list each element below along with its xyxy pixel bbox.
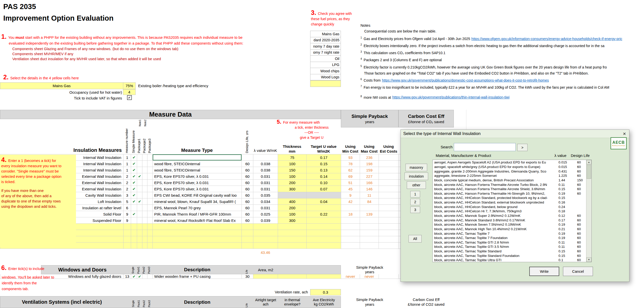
package1-tick-cell[interactable]: ✔	[137, 173, 142, 180]
package-filter-button[interactable]: 1	[410, 191, 420, 197]
package3-tick-cell[interactable]	[147, 154, 153, 161]
design-life-cell[interactable]: 60	[242, 211, 253, 217]
measure-number-cell[interactable]	[124, 230, 131, 236]
thickness-cell[interactable]: 200	[278, 180, 307, 186]
target-u-cell[interactable]: 0.10	[307, 180, 341, 186]
lambda-cell[interactable]: 0.025	[253, 211, 278, 217]
package3-tick-cell[interactable]	[147, 186, 153, 192]
single-tick-cell[interactable]	[131, 224, 137, 230]
note-link[interactable]: https://www.gov.uk/government/publicatio…	[382, 78, 549, 82]
measure-number-cell[interactable]: 2	[124, 173, 131, 180]
filter-button[interactable]: other	[407, 181, 426, 189]
thickness-cell[interactable]: 300	[278, 186, 307, 192]
measure-number-cell[interactable]: 1	[124, 154, 131, 161]
package2-tick-cell[interactable]	[142, 154, 147, 161]
measure-type-cell[interactable]	[153, 154, 242, 161]
material-list-item[interactable]: block, aircrete AAC, Mannok Standard 3.6…	[433, 218, 586, 222]
material-list-item[interactable]: block, aircrete AAC, Tarmac Toplite 7 Fo…	[433, 236, 586, 240]
package3-tick-cell[interactable]	[147, 180, 153, 186]
design-life-cell[interactable]	[242, 236, 253, 243]
thickness-cell[interactable]: 300	[278, 217, 307, 224]
heating-type-cell[interactable]: Mains Gas	[0, 82, 123, 89]
material-list-item[interactable]: block, aircrete AAC, HHCelcon Standard, …	[433, 204, 586, 209]
package3-tick-cell[interactable]	[147, 230, 153, 236]
measure-type-cell[interactable]: PIR, Mannok Therm Roof / MFR-GFR 100mm	[153, 211, 242, 217]
package1-tick-cell[interactable]	[137, 154, 142, 161]
package1-tick-cell[interactable]	[137, 180, 142, 186]
single-tick-cell[interactable]: ✔	[131, 161, 137, 167]
package2-tick-cell[interactable]	[142, 243, 147, 249]
measure-type-cell[interactable]: EPS, Kore EPS70 silver, λ 0.031	[153, 180, 242, 186]
scrollbar[interactable]: ▲ ▼	[586, 160, 591, 262]
cancel-button[interactable]: Cancel	[563, 267, 593, 276]
note-link[interactable]: https://www.ofgem.gov.uk/information-con…	[471, 37, 622, 41]
design-life-cell[interactable]: 60	[242, 173, 253, 180]
package3-tick-cell[interactable]	[147, 217, 153, 224]
lambda-cell[interactable]: 0.031	[253, 186, 278, 192]
search-input[interactable]	[454, 143, 516, 151]
package3-tick-cell[interactable]	[147, 243, 153, 249]
target-u-cell[interactable]	[307, 192, 341, 198]
material-list-item[interactable]: aggregate, granite 2-200mm Aggregate Ind…	[433, 169, 586, 174]
design-life-cell[interactable]	[242, 243, 253, 249]
lambda-cell[interactable]	[253, 243, 278, 249]
design-life-cell[interactable]: 60	[242, 205, 253, 211]
measure-type-cell[interactable]	[153, 230, 242, 236]
thickness-cell[interactable]	[278, 236, 307, 243]
package-filter-button[interactable]: 2	[410, 199, 420, 205]
fuel-price-cell[interactable]: nomy 7 day rate	[310, 43, 341, 50]
fuel-price-cell[interactable]: LPG	[310, 62, 341, 68]
target-u-cell[interactable]: 0.13	[307, 167, 341, 173]
window-pack3-tick-cell[interactable]	[147, 274, 153, 279]
target-u-cell[interactable]	[307, 224, 341, 230]
design-life-cell[interactable]: 60	[242, 167, 253, 173]
design-life-cell[interactable]	[242, 154, 253, 161]
measure-type-cell[interactable]	[153, 224, 242, 230]
measure-number-cell[interactable]: 6	[124, 205, 131, 211]
single-tick-cell[interactable]: ✔	[131, 211, 137, 217]
material-list-item[interactable]: block, aircrete AAC, Hanson Forterra The…	[433, 191, 586, 196]
measure-type-cell[interactable]: mineral wool, blown, Knauf Supafil 34, S…	[153, 198, 242, 205]
lambda-cell[interactable]: 0.035	[253, 192, 278, 198]
package2-tick-cell[interactable]	[142, 173, 147, 180]
target-u-cell[interactable]: 0.07	[307, 186, 341, 192]
lambda-cell[interactable]: 0.039	[253, 217, 278, 224]
window-single-tick-cell[interactable]: ✔	[131, 274, 137, 279]
measure-number-cell[interactable]: 3	[124, 192, 131, 198]
package3-tick-cell[interactable]	[147, 211, 153, 217]
single-tick-cell[interactable]	[131, 217, 137, 224]
target-u-cell[interactable]: 0.14	[307, 173, 341, 180]
measure-number-cell[interactable]: 2	[124, 180, 131, 186]
single-tick-cell[interactable]	[131, 205, 137, 211]
package1-tick-cell[interactable]	[137, 186, 142, 192]
package1-tick-cell[interactable]	[137, 224, 142, 230]
fuel-price-cell[interactable]: omy 7 night rate	[310, 50, 341, 56]
material-list-item[interactable]: block, aircrete AAC, Tarmac Toplite Ultr…	[433, 258, 586, 262]
package1-tick-cell[interactable]	[137, 230, 142, 236]
fuel-price-cell[interactable]: Wood chips	[310, 68, 341, 74]
package2-tick-cell[interactable]	[142, 186, 147, 192]
package2-tick-cell[interactable]	[142, 167, 147, 173]
material-list-item[interactable]: aerogel, spaceloft white/grey (USA produ…	[433, 165, 586, 169]
package1-tick-cell[interactable]	[137, 217, 142, 224]
material-list-item[interactable]: block, concrete typical medium, dense, B…	[433, 178, 586, 183]
window-pack1-tick-cell[interactable]: ✔	[137, 274, 142, 279]
package2-tick-cell[interactable]	[142, 180, 147, 186]
target-u-cell[interactable]	[307, 205, 341, 211]
scroll-down-icon[interactable]: ▼	[586, 257, 591, 262]
design-life-cell[interactable]: 60	[242, 180, 253, 186]
fuel-price-cell[interactable]: Mains Gas	[310, 31, 341, 37]
single-tick-cell[interactable]: ✔	[131, 186, 137, 192]
single-tick-cell[interactable]: ✔	[131, 154, 137, 161]
target-u-cell[interactable]: 0.22	[307, 211, 341, 217]
single-tick-cell[interactable]: ✔	[131, 173, 137, 180]
package2-tick-cell[interactable]	[142, 217, 147, 224]
target-u-cell[interactable]: 0.04	[307, 198, 341, 205]
single-tick-cell[interactable]: ✔	[131, 192, 137, 198]
single-tick-cell[interactable]: ✔	[131, 167, 137, 173]
design-life-cell[interactable]	[242, 230, 253, 236]
dialog-titlebar[interactable]: Select the type of Internal Wall Insulat…	[401, 130, 629, 138]
scrollbar-thumb[interactable]	[587, 165, 591, 179]
measure-type-cell[interactable]: EPS CWI bead, KORE Fill Original cavity …	[153, 192, 242, 198]
measure-type-cell[interactable]: EPS, Kore EPS70 silver, λ 0.031	[153, 173, 242, 180]
